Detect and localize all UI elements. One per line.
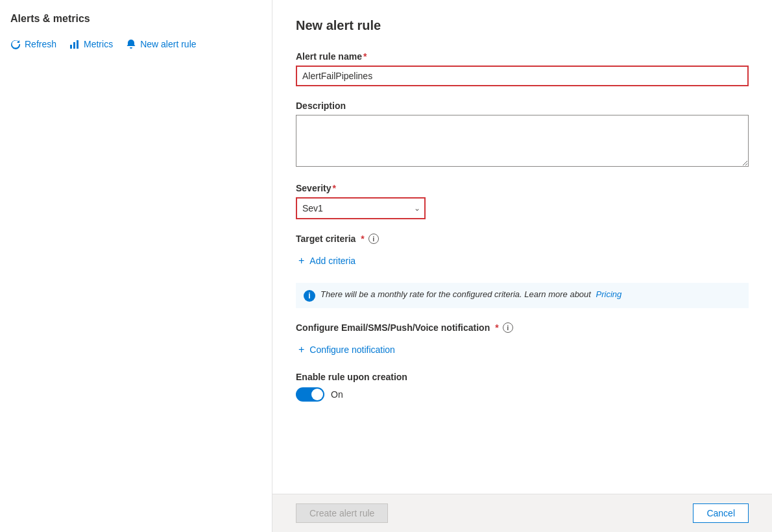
alert-rule-name-input[interactable] (296, 66, 749, 86)
description-group: Description (296, 101, 749, 169)
sidebar-actions: Refresh Metrics New alert rule (10, 36, 261, 52)
panel-title: New alert rule (296, 18, 749, 33)
cancel-button[interactable]: Cancel (693, 503, 749, 523)
create-alert-rule-button[interactable]: Create alert rule (296, 503, 388, 523)
enable-rule-toggle[interactable] (296, 387, 324, 402)
main-content: New alert rule Alert rule name* Descript… (272, 0, 772, 532)
severity-label: Severity* (296, 183, 749, 193)
info-banner-icon: i (304, 290, 315, 302)
description-label: Description (296, 101, 749, 111)
add-criteria-button[interactable]: + Add criteria (298, 253, 356, 269)
plus-icon-criteria: + (298, 256, 304, 266)
alert-rule-name-label: Alert rule name* (296, 51, 749, 62)
toggle-on-label: On (331, 389, 343, 400)
required-star-notification: * (495, 322, 498, 333)
severity-group: Severity* Sev0 Sev1 Sev2 Sev3 Sev4 ⌄ (296, 183, 749, 219)
pricing-info-banner: i There will be a monthly rate for the c… (296, 283, 749, 308)
svg-rect-0 (70, 45, 72, 49)
info-banner-text: There will be a monthly rate for the con… (320, 289, 621, 299)
target-criteria-label: Target criteria * i (296, 234, 749, 244)
toggle-row: On (296, 387, 749, 402)
configure-notification-section: Configure Email/SMS/Push/Voice notificat… (296, 322, 749, 357)
severity-select-wrapper: Sev0 Sev1 Sev2 Sev3 Sev4 ⌄ (296, 197, 426, 219)
new-alert-rule-button[interactable]: New alert rule (126, 36, 196, 52)
target-criteria-info-icon[interactable]: i (368, 234, 379, 244)
required-star-name: * (363, 51, 367, 62)
refresh-icon (10, 39, 21, 49)
required-star-severity: * (332, 183, 335, 193)
svg-rect-2 (77, 40, 78, 49)
plus-icon-notification: + (298, 345, 304, 355)
sidebar-title: Alerts & metrics (10, 13, 261, 25)
required-star-criteria: * (361, 234, 364, 244)
severity-select[interactable]: Sev0 Sev1 Sev2 Sev3 Sev4 (296, 197, 426, 219)
form-area: New alert rule Alert rule name* Descript… (272, 0, 772, 494)
configure-notification-button[interactable]: + Configure notification (298, 342, 395, 357)
metrics-button[interactable]: Metrics (69, 36, 113, 52)
configure-notification-label: Configure Email/SMS/Push/Voice notificat… (296, 322, 749, 333)
refresh-label: Refresh (25, 39, 56, 49)
enable-rule-group: Enable rule upon creation On (296, 372, 749, 402)
refresh-button[interactable]: Refresh (10, 36, 56, 52)
enable-rule-label: Enable rule upon creation (296, 372, 749, 382)
notification-info-icon[interactable]: i (503, 322, 513, 333)
alert-icon (126, 39, 136, 49)
new-alert-rule-label: New alert rule (140, 39, 196, 49)
metrics-label: Metrics (84, 39, 113, 49)
sidebar: Alerts & metrics Refresh Metrics (0, 0, 272, 532)
svg-rect-1 (73, 42, 75, 49)
metrics-icon (69, 39, 80, 49)
toggle-slider (296, 387, 324, 402)
alert-rule-name-group: Alert rule name* (296, 51, 749, 86)
footer-bar: Create alert rule Cancel (272, 494, 772, 532)
description-textarea[interactable] (296, 115, 749, 167)
target-criteria-section: Target criteria * i + Add criteria (296, 234, 749, 269)
pricing-link[interactable]: Pricing (596, 289, 622, 299)
